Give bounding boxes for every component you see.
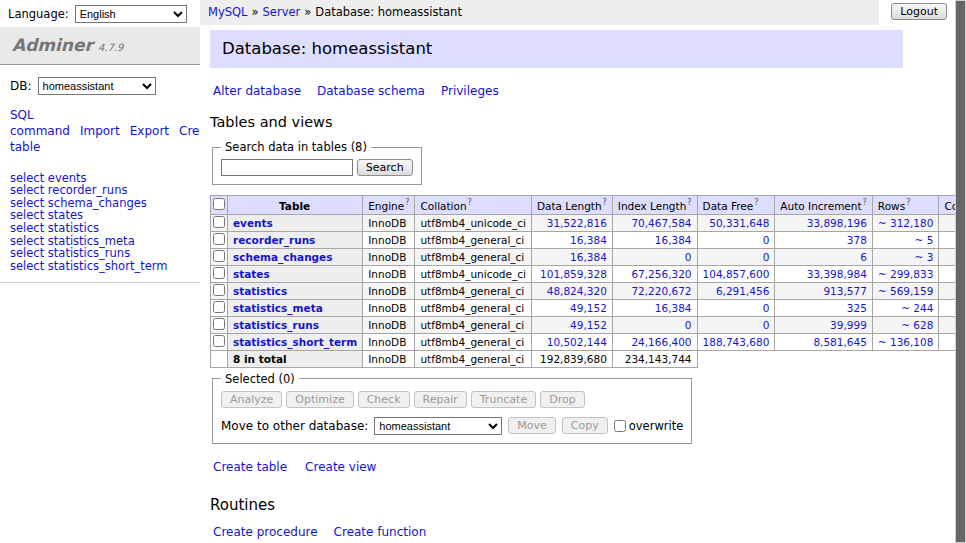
overwrite-checkbox[interactable]	[614, 420, 626, 432]
help-link[interactable]: ?	[603, 198, 607, 207]
data-free-link[interactable]: 0	[763, 234, 770, 246]
auto-increment-link[interactable]: 325	[847, 302, 867, 314]
data-length-link[interactable]: 49,152	[570, 319, 607, 331]
row-checkbox[interactable]	[213, 267, 225, 279]
language-select[interactable]: English	[75, 5, 187, 23]
search-button[interactable]: Search	[357, 159, 413, 176]
logout-button[interactable]: Logout	[891, 3, 947, 20]
auto-increment-link[interactable]: 8,581,645	[813, 336, 866, 348]
bulk-action-button[interactable]: Truncate	[471, 391, 536, 408]
sidebar-link[interactable]: Export	[130, 124, 169, 138]
auto-increment-link[interactable]: 33,398,984	[807, 268, 867, 280]
index-length-link[interactable]: 67,256,320	[631, 268, 691, 280]
table-name-link[interactable]: statistics_short_term	[48, 259, 168, 273]
rows-link[interactable]: ~ 3	[915, 251, 934, 263]
index-length-link[interactable]: 24,166,400	[631, 336, 691, 348]
scrollbar[interactable]	[955, 0, 966, 543]
auto-increment-link[interactable]: 913,577	[823, 285, 866, 297]
auto-increment-link[interactable]: 39,999	[830, 319, 867, 331]
breadcrumb-current: Database: homeassistant	[315, 5, 462, 19]
auto-increment-link[interactable]: 33,898,196	[807, 217, 867, 229]
row-checkbox[interactable]	[213, 216, 225, 228]
index-length-link[interactable]: 0	[685, 319, 692, 331]
data-free-link[interactable]: 50,331,648	[709, 217, 769, 229]
row-checkbox[interactable]	[213, 250, 225, 262]
data-length-cell: 49,152	[531, 316, 612, 333]
routine-link[interactable]: Create function	[334, 525, 427, 539]
sidebar-link[interactable]: SQL command	[10, 108, 70, 138]
row-checkbox[interactable]	[213, 301, 225, 313]
bulk-action-button[interactable]: Repair	[414, 391, 467, 408]
data-free-link[interactable]: 0	[763, 302, 770, 314]
routine-link[interactable]: Create procedure	[213, 525, 318, 539]
row-checkbox[interactable]	[213, 335, 225, 347]
auto-increment-link[interactable]: 378	[847, 234, 867, 246]
data-length-link[interactable]: 101,859,328	[540, 268, 607, 280]
data-free-link[interactable]: 0	[763, 251, 770, 263]
bulk-actions: AnalyzeOptimizeCheckRepairTruncateDrop	[221, 391, 683, 408]
create-link[interactable]: Create table	[213, 460, 287, 474]
rows-link[interactable]: ~ 312,180	[878, 217, 934, 229]
rows-link[interactable]: ~ 244	[901, 302, 933, 314]
help-link[interactable]: ?	[687, 198, 691, 207]
help-link[interactable]: ?	[906, 198, 910, 207]
table-link[interactable]: schema_changes	[233, 251, 333, 263]
rows-cell: ~ 628	[872, 316, 939, 333]
index-length-link[interactable]: 16,384	[655, 234, 692, 246]
table-link[interactable]: states	[233, 268, 270, 280]
data-length-link[interactable]: 16,384	[570, 234, 607, 246]
table-link[interactable]: statistics_runs	[233, 319, 319, 331]
rows-link[interactable]: ~ 569,159	[878, 285, 934, 297]
index-length-link[interactable]: 0	[685, 251, 692, 263]
create-link[interactable]: Create view	[305, 460, 376, 474]
db-action-link[interactable]: Privileges	[441, 84, 499, 98]
breadcrumb-link-mysql[interactable]: MySQL	[208, 5, 248, 19]
table-link[interactable]: recorder_runs	[233, 234, 315, 246]
copy-button[interactable]: Copy	[562, 417, 608, 434]
move-db-select[interactable]: homeassistant	[374, 417, 502, 435]
table-link[interactable]: statistics_short_term	[233, 336, 357, 348]
data-length-link[interactable]: 31,522,816	[547, 217, 607, 229]
bulk-action-button[interactable]: Drop	[540, 391, 584, 408]
help-link[interactable]: ?	[405, 198, 409, 207]
help-link[interactable]: ?	[863, 198, 867, 207]
data-length-link[interactable]: 48,824,320	[547, 285, 607, 297]
data-free-link[interactable]: 104,857,600	[703, 268, 770, 280]
data-length-link[interactable]: 10,502,144	[547, 336, 607, 348]
select-all-checkbox[interactable]	[213, 198, 225, 210]
rows-link[interactable]: ~ 299,833	[878, 268, 934, 280]
index-length-link[interactable]: 72,220,672	[631, 285, 691, 297]
index-length-link[interactable]: 16,384	[655, 302, 692, 314]
row-checkbox[interactable]	[213, 233, 225, 245]
index-length-link[interactable]: 70,467,584	[631, 217, 691, 229]
move-button[interactable]: Move	[508, 417, 556, 434]
auto-increment-link[interactable]: 6	[860, 251, 867, 263]
sidebar-link[interactable]: Import	[80, 124, 120, 138]
table-link[interactable]: statistics_meta	[233, 302, 323, 314]
table-link[interactable]: events	[233, 217, 273, 229]
rows-link[interactable]: ~ 5	[915, 234, 934, 246]
bulk-action-button[interactable]: Check	[358, 391, 410, 408]
total-checkbox-cell	[211, 350, 228, 367]
data-free-link[interactable]: 188,743,680	[703, 336, 770, 348]
data-free-link[interactable]: 0	[763, 319, 770, 331]
rows-link[interactable]: ~ 628	[901, 319, 933, 331]
scrollbar-thumb[interactable]	[956, 1, 965, 542]
help-link[interactable]: ?	[468, 198, 472, 207]
row-checkbox[interactable]	[213, 318, 225, 330]
breadcrumb-link-server[interactable]: Server	[263, 5, 301, 19]
search-input[interactable]	[221, 159, 353, 176]
bulk-action-button[interactable]: Optimize	[286, 391, 353, 408]
table-link[interactable]: statistics	[233, 285, 287, 297]
bulk-action-button[interactable]: Analyze	[221, 391, 282, 408]
data-length-link[interactable]: 49,152	[570, 302, 607, 314]
row-checkbox[interactable]	[213, 284, 225, 296]
select-link[interactable]: select	[10, 259, 44, 273]
db-select[interactable]: homeassistant	[38, 77, 156, 95]
data-free-link[interactable]: 6,291,456	[716, 285, 769, 297]
help-link[interactable]: ?	[754, 198, 758, 207]
rows-link[interactable]: ~ 136,108	[878, 336, 934, 348]
db-action-link[interactable]: Database schema	[317, 84, 425, 98]
db-action-link[interactable]: Alter database	[213, 84, 301, 98]
data-length-link[interactable]: 16,384	[570, 251, 607, 263]
